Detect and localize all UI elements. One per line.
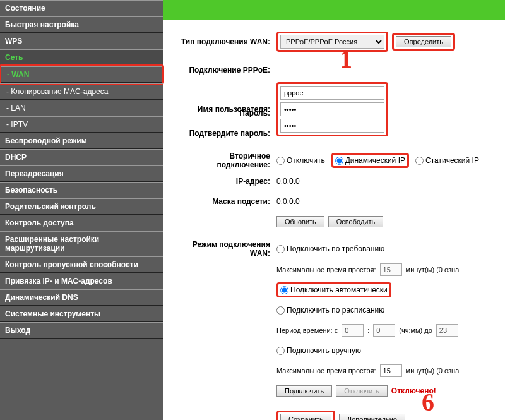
- idle-input-2[interactable]: [380, 364, 402, 377]
- idle-unit-2: минут(ы) (0 озна: [406, 367, 460, 375]
- sidebar-item-wireless[interactable]: Беспроводной режим: [0, 133, 163, 149]
- mode-manual-label: Подключить вручную: [287, 346, 361, 355]
- mode-manual-radio[interactable]: [276, 347, 285, 355]
- sidebar-item-status[interactable]: Состояние: [0, 0, 163, 16]
- idle-label-2: Максимальное время простоя:: [276, 367, 376, 375]
- secondary-static-label: Статический IP: [425, 156, 479, 165]
- period-format: (чч:мм) до: [399, 327, 432, 334]
- secondary-static-radio[interactable]: [415, 157, 424, 165]
- ip-label: IP-адрес:: [175, 177, 276, 186]
- sidebar-item-iptv[interactable]: - IPTV: [0, 116, 163, 133]
- secondary-dynamic-label: Динамический IP: [345, 156, 405, 165]
- mode-demand-label: Подключить по требованию: [287, 244, 384, 253]
- confirm-password-input[interactable]: [280, 119, 384, 133]
- sidebar-item-forwarding[interactable]: Переадресация: [0, 165, 163, 182]
- sidebar-item-bandwidth[interactable]: Контроль пропускной способности: [0, 256, 163, 273]
- secondary-disable-radio[interactable]: [276, 157, 285, 165]
- password-input[interactable]: [280, 102, 384, 116]
- sidebar-item-routing[interactable]: Расширенные настройки маршрутизации: [0, 231, 163, 256]
- sidebar-item-ddns[interactable]: Динамический DNS: [0, 289, 163, 306]
- sidebar-item-wan[interactable]: - WAN: [1, 66, 162, 83]
- period-label: Период времени: с: [276, 327, 338, 334]
- pppoe-header: Подключение PPPoE:: [175, 66, 276, 75]
- release-button[interactable]: Освободить: [328, 216, 383, 227]
- connect-button[interactable]: Подключить: [276, 385, 332, 397]
- header-bar: [163, 0, 505, 20]
- idle-input-1[interactable]: [380, 263, 402, 276]
- sidebar-item-security[interactable]: Безопасность: [0, 182, 163, 198]
- wan-type-select[interactable]: PPPoE/PPPoE Россия: [280, 35, 384, 49]
- sidebar-item-network[interactable]: Сеть: [0, 49, 163, 66]
- sidebar-item-dhcp[interactable]: DHCP: [0, 149, 163, 165]
- secondary-disable-label: Отключить: [287, 156, 325, 165]
- mode-auto-radio[interactable]: [280, 286, 288, 294]
- disconnect-button[interactable]: Отключить: [336, 385, 388, 397]
- detect-button[interactable]: Определить: [396, 36, 451, 47]
- connection-status: Отключено!: [391, 387, 436, 395]
- mode-schedule-label: Подключить по расписанию: [287, 306, 384, 315]
- sidebar-item-logout[interactable]: Выход: [0, 322, 163, 339]
- sidebar: Состояние Быстрая настройка WPS Сеть - W…: [0, 0, 163, 420]
- sidebar-item-mac-clone[interactable]: - Клонирование MAC-адреса: [0, 83, 163, 100]
- main-panel: Тип подключения WAN: PPPoE/PPPoE Россия …: [163, 0, 505, 420]
- mode-schedule-radio[interactable]: [276, 306, 285, 315]
- mode-label: Режим подключения WAN:: [175, 240, 276, 258]
- sidebar-item-lan[interactable]: - LAN: [0, 100, 163, 116]
- secondary-dynamic-radio[interactable]: [335, 157, 343, 165]
- username-label: Имя пользователя:: [175, 105, 276, 114]
- mask-value: 0.0.0.0: [276, 197, 300, 206]
- sidebar-item-access-control[interactable]: Контроль доступа: [0, 215, 163, 231]
- idle-label-1: Максимальное время простоя:: [276, 266, 376, 273]
- advanced-button[interactable]: Дополнительно: [339, 414, 405, 420]
- idle-unit-1: минут(ы) (0 озна: [406, 266, 460, 273]
- period-m1[interactable]: [373, 324, 395, 337]
- sidebar-item-parental[interactable]: Родительский контроль: [0, 198, 163, 215]
- sidebar-item-wps[interactable]: WPS: [0, 33, 163, 49]
- mode-demand-radio[interactable]: [276, 245, 285, 253]
- update-button[interactable]: Обновить: [276, 216, 324, 227]
- period-h2[interactable]: [436, 324, 458, 337]
- secondary-label: Вторичное подключение:: [175, 152, 276, 169]
- wan-type-label: Тип подключения WAN:: [175, 37, 276, 46]
- mask-label: Маска подсети:: [175, 197, 276, 206]
- username-input[interactable]: [280, 86, 384, 100]
- sidebar-item-quick-setup[interactable]: Быстрая настройка: [0, 16, 163, 33]
- save-button[interactable]: Сохранить: [280, 414, 331, 420]
- ip-value: 0.0.0.0: [276, 177, 300, 186]
- sidebar-item-ip-mac-binding[interactable]: Привязка IP- и MAC-адресов: [0, 273, 163, 289]
- sidebar-item-system-tools[interactable]: Системные инструменты: [0, 306, 163, 322]
- mode-auto-label: Подключить автоматически: [290, 285, 388, 294]
- period-h1[interactable]: [342, 324, 364, 337]
